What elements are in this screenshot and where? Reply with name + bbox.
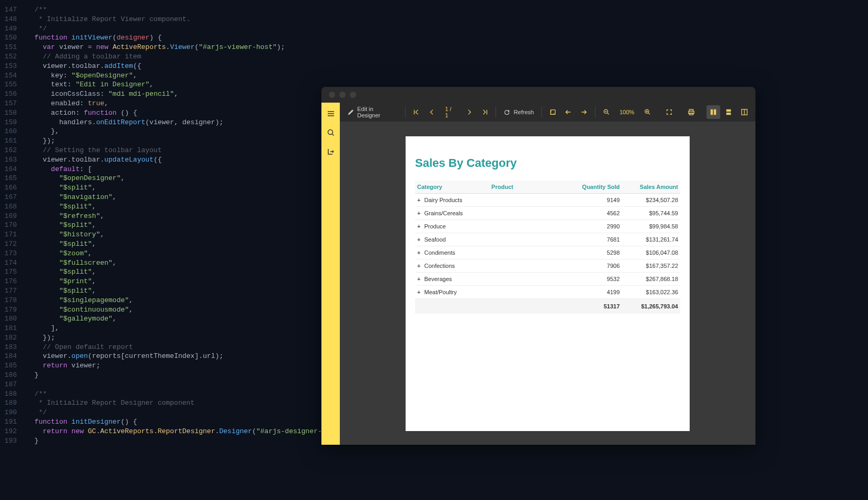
expand-icon[interactable]: + bbox=[417, 289, 420, 295]
table-row[interactable]: + Dairy Products9149$234,507.28 bbox=[415, 194, 680, 207]
hamburger-icon[interactable] bbox=[326, 109, 336, 118]
viewer-body: Edit in Designer 1 / 1 bbox=[321, 103, 755, 445]
line-number: 149 bbox=[0, 24, 26, 34]
single-page-mode-button[interactable] bbox=[706, 105, 720, 119]
table-row[interactable]: + Meat/Poultry4199$163,022.36 bbox=[415, 286, 680, 299]
code-line[interactable]: 151 var viewer = new ActiveReports.Viewe… bbox=[0, 43, 868, 52]
line-number: 165 bbox=[0, 174, 26, 183]
code-content[interactable]: // Adding a toolbar item bbox=[26, 52, 868, 62]
line-number: 152 bbox=[0, 52, 26, 62]
export-icon[interactable] bbox=[326, 147, 336, 156]
line-number: 183 bbox=[0, 343, 26, 352]
page-indicator: 1 / 1 bbox=[441, 106, 460, 118]
line-number: 156 bbox=[0, 89, 26, 99]
zoom-in-button[interactable] bbox=[641, 105, 654, 119]
row-category: + Produce bbox=[415, 220, 489, 233]
line-number: 171 bbox=[0, 230, 26, 239]
row-category: + Grains/Cereals bbox=[415, 207, 489, 220]
first-page-button[interactable] bbox=[410, 105, 423, 119]
table-total-row: 51317 $1,265,793.04 bbox=[415, 299, 680, 314]
row-product bbox=[489, 220, 569, 233]
window-minimize-dot[interactable] bbox=[339, 92, 346, 98]
code-content[interactable]: */ bbox=[26, 24, 868, 34]
history-back-button[interactable] bbox=[546, 105, 560, 119]
next-page-button[interactable] bbox=[462, 105, 476, 119]
table-row[interactable]: + Condiments5298$106,047.08 bbox=[415, 246, 680, 259]
search-icon[interactable] bbox=[326, 128, 336, 137]
code-content[interactable]: var viewer = new ActiveReports.Viewer("#… bbox=[26, 43, 868, 52]
window-close-dot[interactable] bbox=[329, 92, 335, 98]
line-number: 163 bbox=[0, 155, 26, 165]
code-line[interactable]: 153 viewer.toolbar.addItem({ bbox=[0, 62, 868, 71]
prev-page-button[interactable] bbox=[425, 105, 439, 119]
code-line[interactable]: 147 /** bbox=[0, 5, 868, 15]
col-amount: Sales Amount bbox=[622, 181, 680, 194]
line-number: 193 bbox=[0, 436, 26, 446]
line-number: 186 bbox=[0, 371, 26, 380]
code-line[interactable]: 154 key: "$openDesigner", bbox=[0, 71, 868, 81]
line-number: 158 bbox=[0, 108, 26, 118]
line-number: 157 bbox=[0, 99, 26, 108]
line-number: 179 bbox=[0, 305, 26, 315]
expand-icon[interactable]: + bbox=[417, 223, 420, 229]
code-line[interactable]: 152 // Adding a toolbar item bbox=[0, 52, 868, 62]
expand-icon[interactable]: + bbox=[417, 263, 420, 269]
row-product bbox=[489, 273, 569, 286]
code-content[interactable]: /** bbox=[26, 5, 868, 15]
report-table: Category Product Quantity Sold Sales Amo… bbox=[415, 181, 680, 314]
code-line[interactable]: 149 */ bbox=[0, 24, 868, 34]
zoom-level: 100% bbox=[615, 109, 639, 115]
zoom-out-button[interactable] bbox=[600, 105, 613, 119]
table-row[interactable]: + Confections7906$167,357.22 bbox=[415, 259, 680, 273]
row-amount: $267,868.18 bbox=[622, 273, 680, 286]
line-number: 176 bbox=[0, 277, 26, 286]
table-row[interactable]: + Grains/Cereals4562$95,744.59 bbox=[415, 207, 680, 220]
code-content[interactable]: * Initialize Report Viewer component. bbox=[26, 15, 868, 24]
history-next-button[interactable] bbox=[577, 105, 591, 119]
expand-icon[interactable]: + bbox=[417, 210, 420, 216]
code-line[interactable]: 148 * Initialize Report Viewer component… bbox=[0, 15, 868, 24]
code-content[interactable]: key: "$openDesigner", bbox=[26, 71, 868, 81]
svg-rect-6 bbox=[690, 113, 693, 115]
refresh-button[interactable]: Refresh bbox=[500, 109, 537, 116]
row-category: + Condiments bbox=[415, 246, 489, 259]
table-row[interactable]: + Produce2990$99,984.58 bbox=[415, 220, 680, 233]
galley-mode-button[interactable] bbox=[738, 105, 751, 119]
history-prev-button[interactable] bbox=[562, 105, 576, 119]
expand-icon[interactable]: + bbox=[417, 249, 420, 256]
table-row[interactable]: + Seafood7681$131,261.74 bbox=[415, 233, 680, 246]
row-amount: $95,744.59 bbox=[622, 207, 680, 220]
line-number: 185 bbox=[0, 361, 26, 371]
pencil-icon bbox=[347, 109, 354, 116]
print-button[interactable] bbox=[684, 105, 698, 119]
row-product bbox=[489, 194, 569, 207]
row-amount: $106,047.08 bbox=[622, 246, 680, 259]
window-maximize-dot[interactable] bbox=[350, 92, 356, 98]
line-number: 177 bbox=[0, 286, 26, 296]
expand-icon[interactable]: + bbox=[417, 236, 420, 243]
line-number: 192 bbox=[0, 427, 26, 436]
line-number: 174 bbox=[0, 258, 26, 268]
edit-in-designer-button[interactable]: Edit in Designer bbox=[344, 106, 401, 118]
viewer-canvas[interactable]: Sales By Category Category Product Quant… bbox=[340, 122, 755, 445]
line-number: 164 bbox=[0, 165, 26, 174]
toolbar-separator bbox=[496, 107, 496, 117]
table-row[interactable]: + Beverages9532$267,868.18 bbox=[415, 273, 680, 286]
line-number: 187 bbox=[0, 380, 26, 389]
line-number: 162 bbox=[0, 146, 26, 155]
row-product bbox=[489, 259, 569, 273]
row-category: + Confections bbox=[415, 259, 489, 273]
line-number: 167 bbox=[0, 193, 26, 202]
continuous-mode-button[interactable] bbox=[722, 105, 736, 119]
expand-icon[interactable]: + bbox=[417, 276, 420, 282]
line-number: 170 bbox=[0, 221, 26, 230]
code-line[interactable]: 150 function initViewer(designer) { bbox=[0, 33, 868, 43]
code-content[interactable]: function initViewer(designer) { bbox=[26, 33, 868, 43]
toolbar-separator bbox=[595, 107, 596, 117]
last-page-button[interactable] bbox=[478, 105, 492, 119]
code-content[interactable]: viewer.toolbar.addItem({ bbox=[26, 62, 868, 71]
total-qty: 51317 bbox=[569, 299, 622, 314]
svg-point-0 bbox=[328, 130, 332, 135]
expand-icon[interactable]: + bbox=[417, 197, 420, 203]
fullscreen-button[interactable] bbox=[662, 105, 676, 119]
